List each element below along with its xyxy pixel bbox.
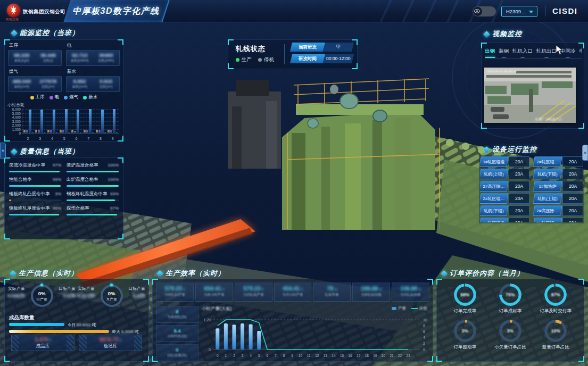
legend-item[interactable]: 新水	[83, 94, 97, 101]
right-tick: 0	[423, 348, 425, 352]
bar-电	[62, 130, 64, 133]
quality-metric-fill	[9, 199, 11, 201]
inventory-card: 8876.72 t板坯库	[79, 335, 142, 351]
quality-metric-track	[67, 199, 119, 201]
quality-panel-title: 质量信息（当班）	[12, 147, 79, 156]
hour-x-label: 17	[357, 354, 361, 357]
bar-工序	[35, 130, 37, 133]
status-legend-item: 生产	[236, 56, 252, 63]
status-legend-item: 停机	[258, 56, 274, 63]
shift-field-key: 班次时间	[290, 54, 325, 63]
energy-chart-legend: 工序电煤气新水	[5, 94, 123, 101]
scheme-dropdown[interactable]: H2309...	[501, 6, 537, 17]
energy-stat-unit: 总耗(m³)	[35, 85, 62, 89]
panel-collapse-left[interactable]: «	[0, 143, 6, 159]
quality-metric-row: 出炉温度合格率100%	[67, 177, 119, 183]
video-tab-电动辊道[interactable]: 电动辊道	[579, 48, 582, 58]
equipment-value: 20A	[562, 156, 583, 167]
efficiency-stat-value: 454.41 t	[275, 285, 311, 292]
hour-x-label: 13	[324, 354, 328, 357]
inventory-bar-unit: 吨	[135, 329, 139, 334]
bar-电	[86, 130, 88, 133]
y-tick-label: 2,000	[12, 123, 21, 127]
line-status-title: 轧线状态	[236, 44, 266, 54]
equipment-label-text: 2#高压除…	[534, 206, 561, 215]
efficiency-stat-label: 当日轧制块数	[392, 293, 429, 297]
visibility-toggle[interactable]	[473, 6, 496, 16]
legend-label: 新水	[88, 94, 97, 101]
actual-label: 实际产量	[8, 286, 25, 292]
equipment-cell: 1#轧区辊道20A	[480, 156, 529, 167]
x-tick-label: 4	[46, 137, 59, 140]
legend-dot	[30, 96, 34, 99]
quality-metric-value: 99%	[53, 177, 61, 182]
inventory-card-value: 8876.72 t	[79, 337, 142, 343]
inventory-bar-text: 今日 63.6011 吨	[68, 322, 96, 328]
company-logo	[7, 4, 20, 17]
video-tab-轧机入口[interactable]: 轧机入口	[512, 48, 533, 58]
shift-field[interactable]: 班次时间00:00-12:00	[290, 54, 354, 63]
legend-item[interactable]: 产量	[392, 306, 406, 311]
legend-item[interactable]: 电	[49, 94, 60, 101]
equipment-label-text: 1#轧区辊道	[481, 218, 507, 222]
equipment-label: 轧机(上辊)	[533, 193, 562, 204]
efficiency-stat-card: 198.88 s当班轧制块数	[352, 282, 390, 302]
video-tab-轧机出口[interactable]: 轧机出口	[536, 48, 557, 58]
quality-metric-value: 100%	[108, 177, 119, 182]
video-tab-出钢[interactable]: 出钢	[485, 48, 495, 58]
hour-x-label: 2	[233, 354, 235, 357]
video-feed[interactable]: 2023-09-11 09:28:14 轧钢厂 1#轧机入口	[484, 68, 576, 123]
bar-工序	[107, 130, 110, 133]
inventory-bar	[9, 330, 109, 333]
ring-gauge: 0%月产量	[101, 285, 123, 307]
target-value: 0.5万t	[63, 293, 76, 300]
energy-group-name: 新水	[67, 69, 120, 75]
energy-stat-value: 30483	[93, 52, 120, 58]
equipment-label: 轧机(下辊)	[480, 205, 509, 216]
video-tab-中间冷[interactable]: 中间冷	[560, 48, 576, 58]
quality-metric: 出炉温度合格率100%	[67, 177, 119, 187]
inventory-card: 0.476 t成品库	[11, 335, 74, 351]
energy-stat-unit: 总耗(t)	[35, 59, 62, 63]
inventory-card-unit: t	[49, 338, 51, 342]
hour-chart-title: 小时产量(大板)	[202, 306, 232, 312]
legend-item[interactable]: 煤气	[64, 94, 78, 101]
energy-group-box: 6.652单耗(m³/t)0.915总耗(m³)	[66, 76, 120, 92]
legend-label: 产量	[398, 306, 406, 311]
quality-metric-track	[9, 214, 61, 215]
equipment-panel: 1#轧区辊道20A2#轧区辊…20A轧机(上辊)20A轧机(下辊)20A2#高压…	[479, 155, 584, 223]
equipment-label-text: 轧机(下辊)	[481, 206, 507, 215]
production-gauge: 实际产量0.045万t0%日产量目标产量0.5万t	[7, 282, 77, 313]
efficiency-mini-value: 8	[156, 309, 198, 314]
quality-metric: 探伤合格率97%	[67, 205, 119, 215]
energy-chart-xaxis: 23456789	[22, 137, 119, 140]
bar-电	[110, 130, 112, 133]
video-tab-装钢[interactable]: 装钢	[499, 48, 509, 58]
quality-metric-value: 96%	[53, 206, 61, 211]
hour-bar	[257, 331, 261, 350]
panel-collapse-right[interactable]: »	[582, 145, 588, 161]
left-tick-zero: 0	[209, 348, 211, 352]
shift-field[interactable]: 当前班次甲	[290, 43, 354, 52]
y-tick-label: 5,000	[12, 111, 21, 115]
legend-item[interactable]: 工序	[30, 94, 45, 101]
cisdi-logo: CISDI	[552, 6, 578, 15]
legend-dot	[64, 96, 68, 99]
count-line	[218, 320, 408, 350]
x-tick-label: 5	[58, 137, 70, 140]
donut-percent: 3%	[442, 328, 487, 334]
inventory-bar-value: 63.6011	[76, 322, 92, 327]
header-divider-2	[545, 6, 545, 16]
efficiency-mini-label: 小时均块(块)	[156, 334, 198, 339]
quality-metric: 钢板终轧厚度命中率96%	[9, 205, 61, 215]
energy-group-box: 52.713单耗(kWh/t)30483总耗(kWh)	[66, 50, 120, 66]
quality-metric-row: 钢板终轧凸度命中率3%	[9, 191, 61, 197]
inventory-card-value: 0.476 t	[12, 337, 74, 343]
energy-stat-groups: 工序68.226单耗(kg/t)39.449总耗(t)电52.713单耗(kWh…	[8, 42, 120, 92]
order-donut: 75%订单成材率	[487, 284, 533, 314]
actual-value: 0.317万t	[78, 293, 95, 300]
quality-metric-track	[9, 199, 61, 201]
status-dot	[236, 58, 239, 62]
legend-item[interactable]: 块数	[411, 306, 427, 311]
equipment-label: 2#高压除…	[480, 181, 509, 192]
